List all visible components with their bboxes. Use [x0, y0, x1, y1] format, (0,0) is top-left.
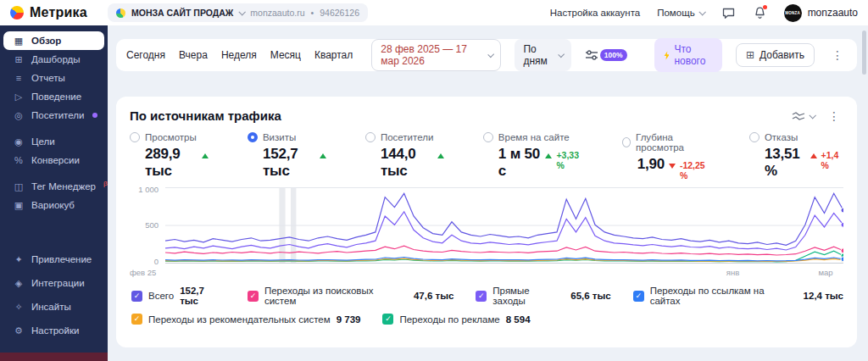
- period-toolbar: Сегодня Вчера Неделя Месяц Квартал 28 фе…: [116, 39, 857, 71]
- metric-value: 13,51 %: [765, 146, 806, 180]
- sidebar-item-dashboards[interactable]: ⊞Дашборды: [3, 50, 104, 69]
- legend-item-ads[interactable]: ✓Переходы по рекламе8 594: [382, 314, 530, 325]
- trend-arrow-icon: [202, 153, 209, 158]
- sidebar-item-overview[interactable]: ▦Обзор: [3, 31, 104, 50]
- trend-arrow-icon: [669, 164, 676, 169]
- sidebar-item-reports[interactable]: ≡Отчеты: [3, 69, 104, 87]
- sidebar-item-behavior[interactable]: ▷Поведение: [3, 87, 104, 106]
- chart-plot-area[interactable]: [165, 187, 843, 264]
- sidebar-bottom-bar: [0, 353, 108, 361]
- metric-label: Отказы: [765, 132, 798, 142]
- checkbox-icon[interactable]: ✓: [476, 291, 487, 302]
- line-chart[interactable]: [165, 187, 843, 264]
- checkbox-icon[interactable]: ✓: [633, 291, 644, 302]
- metric-value: 144,0 тыс: [381, 146, 433, 180]
- legend-value: 8 594: [506, 314, 531, 325]
- sidebar-item-label: Отчеты: [31, 73, 65, 83]
- legend-item-total[interactable]: ✓Всего152,7 тыс: [131, 286, 225, 306]
- whats-new-label: Что нового: [674, 43, 713, 67]
- radio-icon[interactable]: [130, 132, 140, 142]
- page-scrollbar[interactable]: [862, 31, 866, 75]
- radio-icon[interactable]: [749, 132, 760, 142]
- settings-icon: ⚙: [13, 325, 25, 336]
- legend-item-direct[interactable]: ✓Прямые заходы65,6 тыс: [476, 286, 610, 306]
- help-menu[interactable]: Помощь: [657, 8, 704, 18]
- metric-delta: -12,25 %: [680, 160, 710, 180]
- radio-icon[interactable]: [483, 132, 493, 142]
- granularity-value: По дням: [523, 43, 553, 67]
- period-yesterday-button[interactable]: Вчера: [179, 49, 208, 61]
- metric-delta: +3,33 %: [556, 150, 582, 170]
- metric-value: 152,7 тыс: [263, 146, 315, 180]
- sidebar-item-variocube[interactable]: ▣Вариокуб: [3, 196, 104, 214]
- sidebar-item-tag-manager[interactable]: ◫Тег Менеджерβ: [3, 177, 104, 196]
- visitors-icon: ◎: [13, 110, 25, 121]
- metric-time-on-site[interactable]: Время на сайте 1 м 50 с+3,33 %: [483, 132, 583, 180]
- sampling-control[interactable]: 100%: [585, 49, 627, 61]
- period-today-button[interactable]: Сегодня: [126, 49, 165, 61]
- notifications-bell-icon[interactable]: [753, 6, 767, 20]
- sidebar-item-label: Вариокуб: [31, 200, 75, 210]
- trend-arrow-icon: [810, 153, 817, 158]
- checkbox-icon[interactable]: ✓: [131, 291, 142, 302]
- avatar: MONZA: [784, 4, 802, 22]
- sidebar-item-label: Посетители: [31, 110, 84, 120]
- sidebar-item-visitors[interactable]: ◎Посетители: [3, 106, 104, 125]
- radio-icon[interactable]: [365, 132, 376, 142]
- account-settings-link[interactable]: Настройка аккаунта: [550, 8, 640, 18]
- metric-visits[interactable]: Визиты 152,7 тыс: [248, 132, 326, 180]
- date-range-picker[interactable]: 28 фев 2025 — 17 мар 2026: [371, 39, 501, 71]
- chevron-down-icon: [809, 112, 815, 119]
- period-month-button[interactable]: Месяц: [270, 49, 301, 61]
- metrika-logo-text: Метрика: [30, 5, 87, 20]
- traffic-chart[interactable]: 1 000 500 0 фев 25янвмар: [130, 187, 843, 277]
- main-content: Сегодня Вчера Неделя Месяц Квартал 28 фе…: [108, 25, 868, 361]
- sidebar-item-settings[interactable]: ⚙Настройки: [3, 319, 104, 342]
- checkbox-icon[interactable]: ✓: [382, 314, 393, 325]
- lightning-icon: [664, 50, 670, 61]
- period-quarter-button[interactable]: Квартал: [314, 49, 353, 61]
- notification-dot: [763, 5, 767, 9]
- sidebar-item-goals[interactable]: ◉Цели: [3, 132, 104, 151]
- sidebar-item-attraction[interactable]: ✦Привлечение: [3, 247, 104, 271]
- chat-icon[interactable]: [721, 6, 736, 20]
- sidebar-item-insights[interactable]: ✧Инсайты: [3, 295, 104, 319]
- granularity-select[interactable]: По дням: [515, 39, 570, 71]
- metric-bounce-rate[interactable]: Отказы 13,51 %+1,4 %: [749, 132, 843, 180]
- user-name: monzaauto: [808, 7, 858, 19]
- toolbar-more-menu[interactable]: ⋮: [828, 48, 847, 62]
- y-axis-tick: 0: [130, 257, 159, 266]
- metrika-logo[interactable]: Метрика: [10, 5, 108, 20]
- x-axis-tick: мар: [818, 268, 832, 277]
- legend-label: Переходы по рекламе: [399, 314, 499, 325]
- metric-pageviews[interactable]: Просмотры 289,9 тыс: [130, 132, 209, 180]
- counter-id: 94626126: [320, 8, 359, 18]
- user-menu[interactable]: MONZA monzaauto: [784, 4, 858, 22]
- sidebar-item-label: Дашборды: [31, 54, 81, 64]
- metrika-logo-icon: [10, 6, 24, 19]
- sidebar-item-integrations[interactable]: ◈Интеграции: [3, 271, 104, 295]
- checkbox-icon[interactable]: ✓: [248, 291, 259, 302]
- whats-new-button[interactable]: Что нового: [654, 38, 722, 72]
- card-more-menu[interactable]: ⋮: [825, 109, 843, 123]
- insights-icon: ✧: [13, 302, 25, 313]
- checkbox-icon[interactable]: ✓: [131, 314, 142, 325]
- sidebar-item-conversions[interactable]: %Конверсии: [3, 151, 104, 169]
- trend-arrow-icon: [437, 153, 444, 158]
- metric-depth[interactable]: Глубина просмотра 1,90-12,25 %: [622, 132, 710, 180]
- radio-icon[interactable]: [622, 137, 631, 147]
- metric-value: 1 м 50 с: [498, 146, 542, 180]
- radio-icon[interactable]: [248, 132, 258, 142]
- legend-item-search[interactable]: ✓Переходы из поисковых систем47,6 тыс: [248, 286, 453, 306]
- add-button[interactable]: ⊞ Добавить: [736, 43, 815, 67]
- metric-label: Время на сайте: [498, 132, 570, 142]
- legend-value: 65,6 тыс: [570, 291, 610, 301]
- legend-item-recommendations[interactable]: ✓Переходы из рекомендательных систем9 73…: [131, 314, 360, 325]
- metric-users[interactable]: Посетители 144,0 тыс: [365, 132, 444, 180]
- chart-display-settings-button[interactable]: [792, 111, 815, 121]
- legend-item-links[interactable]: ✓Переходы по ссылкам на сайтах12,4 тыс: [633, 286, 843, 306]
- goals-icon: ◉: [13, 136, 25, 147]
- counter-selector[interactable]: МОНЗА САЙТ ПРОДАЖ monzaauto.ru • 9462612…: [108, 3, 368, 22]
- period-week-button[interactable]: Неделя: [221, 49, 257, 61]
- counter-domain: monzaauto.ru: [250, 8, 304, 18]
